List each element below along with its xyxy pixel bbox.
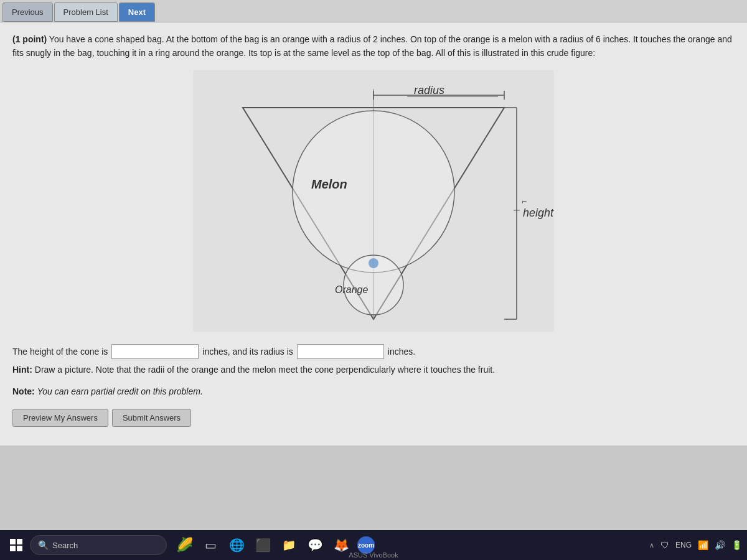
shield-icon: 🛡 bbox=[660, 540, 669, 550]
wifi-icon: 📶 bbox=[698, 540, 708, 550]
firefox-icon: 🦊 bbox=[334, 538, 349, 553]
radius-label: radius bbox=[414, 84, 444, 96]
answer-suffix: inches. bbox=[388, 347, 415, 357]
start-button[interactable] bbox=[5, 534, 27, 556]
svg-point-10 bbox=[293, 111, 454, 273]
corn-app-icon[interactable]: 🌽 bbox=[173, 534, 195, 556]
zoom-label: zoom bbox=[358, 542, 374, 549]
diagram-svg: radius height Melon Orange ⌐ bbox=[193, 70, 554, 332]
height-input[interactable] bbox=[111, 344, 199, 359]
globe-icon: 🌐 bbox=[229, 538, 245, 553]
taskbar-right: ∧ 🛡 ENG 📶 🔊 🔋 bbox=[649, 540, 742, 550]
folder-icon: 📁 bbox=[282, 538, 296, 552]
firefox-app-icon[interactable]: 🦊 bbox=[330, 534, 352, 556]
previous-button[interactable]: Previous bbox=[2, 2, 53, 22]
win-logo-tr bbox=[17, 539, 22, 544]
search-bar[interactable]: 🔍 Search bbox=[30, 535, 167, 555]
note-text: Note: You can earn partial credit on thi… bbox=[12, 386, 735, 396]
battery-icon: 🔋 bbox=[731, 540, 742, 550]
submit-answers-button[interactable]: Submit Answers bbox=[112, 409, 191, 427]
melon-label: Melon bbox=[311, 177, 347, 191]
chat-icon: 💬 bbox=[308, 538, 323, 553]
search-icon: 🔍 bbox=[38, 540, 49, 550]
corn-icon: 🌽 bbox=[176, 537, 193, 553]
win-logo-tl bbox=[10, 539, 16, 544]
preview-answers-button[interactable]: Preview My Answers bbox=[12, 409, 108, 427]
taskbar-app-icons: 🌽 ▭ 🌐 ⬛ 📁 💬 🦊 bbox=[173, 534, 352, 556]
window-icon: ▭ bbox=[205, 538, 217, 553]
caret-up-icon: ∧ bbox=[649, 541, 654, 549]
problem-body: You have a cone shaped bag. At the botto… bbox=[12, 34, 732, 58]
answer-middle: inches, and its radius is bbox=[202, 347, 293, 357]
next-button[interactable]: Next bbox=[119, 2, 155, 22]
window-app-icon[interactable]: ▭ bbox=[199, 534, 222, 556]
svg-point-12 bbox=[369, 258, 378, 268]
height-label: height bbox=[523, 207, 554, 219]
zoom-app-icon[interactable]: zoom bbox=[355, 534, 377, 556]
hint-label: Hint: bbox=[12, 365, 32, 375]
bottom-buttons: Preview My Answers Submit Answers bbox=[12, 409, 735, 427]
figure-container: radius height Melon Orange ⌐ bbox=[12, 70, 735, 332]
problem-text: (1 point) You have a cone shaped bag. At… bbox=[12, 32, 735, 60]
search-label: Search bbox=[52, 541, 78, 550]
svg-text:⌐: ⌐ bbox=[522, 196, 527, 206]
win-logo-br bbox=[17, 546, 22, 551]
orange-label: Orange bbox=[335, 284, 368, 295]
teams-icon: ⬛ bbox=[255, 538, 271, 553]
taskbar: 🔍 Search 🌽 ▭ 🌐 ⬛ 📁 💬 🦊 zoom bbox=[0, 530, 747, 560]
problem-list-button[interactable]: Problem List bbox=[54, 2, 118, 22]
note-body: You can earn partial credit on this prob… bbox=[37, 386, 203, 396]
browser-app-icon[interactable]: 🌐 bbox=[225, 534, 248, 556]
point-prefix: (1 point) bbox=[12, 34, 47, 44]
chat-app-icon[interactable]: 💬 bbox=[304, 534, 326, 556]
answer-row: The height of the cone is inches, and it… bbox=[12, 344, 735, 359]
windows-logo bbox=[10, 539, 22, 551]
win-logo-bl bbox=[10, 546, 16, 551]
cone-diagram: radius height Melon Orange ⌐ bbox=[193, 70, 554, 332]
top-navigation: Previous Problem List Next bbox=[0, 0, 747, 22]
hint-body: Draw a picture. Note that the radii of t… bbox=[35, 365, 495, 375]
teams-app-icon[interactable]: ⬛ bbox=[251, 534, 274, 556]
answer-prefix: The height of the cone is bbox=[12, 347, 108, 357]
file-app-icon[interactable]: 📁 bbox=[278, 534, 300, 556]
zoom-icon: zoom bbox=[357, 536, 375, 554]
note-label: Note: bbox=[12, 386, 37, 396]
main-content: (1 point) You have a cone shaped bag. At… bbox=[0, 22, 747, 446]
volume-icon: 🔊 bbox=[715, 540, 725, 550]
language-label: ENG bbox=[675, 541, 692, 549]
hint-text: Hint: Draw a picture. Note that the radi… bbox=[12, 363, 735, 376]
radius-input[interactable] bbox=[297, 344, 384, 359]
